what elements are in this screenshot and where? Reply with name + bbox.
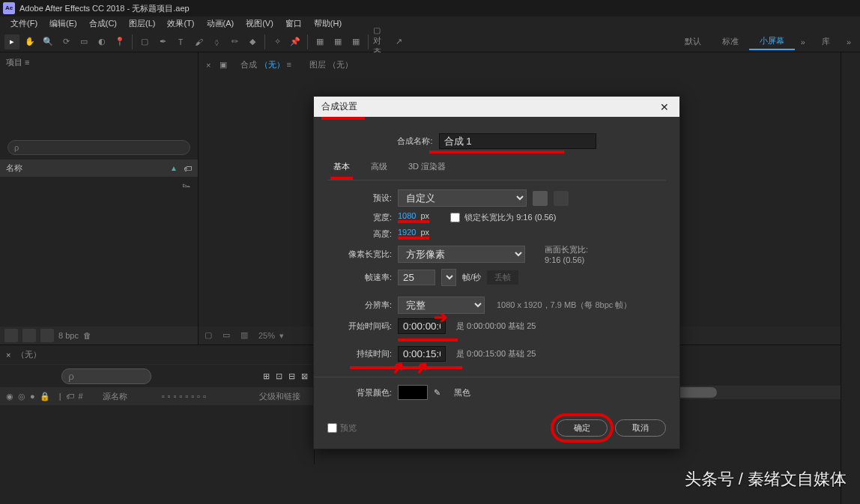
sw5-icon[interactable]: ▫ [185,392,188,401]
save-preset-icon[interactable] [533,191,548,206]
project-panel-title[interactable]: 项目 ≡ [0,52,198,73]
menu-animation[interactable]: 动画(A) [201,16,240,31]
menu-view[interactable]: 视图(V) [240,16,279,31]
roto-tool-icon[interactable]: ◆ [245,34,260,49]
timeline-tab-close-icon[interactable]: × [6,350,10,359]
hierarchy-icon[interactable]: ⌳ [182,180,190,189]
pin-tool-icon[interactable]: 📍 [112,34,127,49]
tbtn2-icon[interactable]: ▦ [330,34,345,49]
tag-icon[interactable]: 🏷 [184,164,192,173]
dialog-titlebar[interactable]: 合成设置 ✕ [314,97,679,117]
timeline-tab-label[interactable]: （无） [16,349,41,360]
interpret-footage-icon[interactable] [4,329,18,342]
ok-button[interactable]: 确定 [557,419,608,437]
sort-arrow-icon[interactable]: ▲ [170,164,178,172]
project-column-header[interactable]: 名称 ▲ 🏷 [0,160,198,177]
menu-effect[interactable]: 效果(T) [161,16,200,31]
pen-tool-icon[interactable]: ✒ [155,34,170,49]
project-search-input[interactable] [7,140,190,155]
text-tool-icon[interactable]: T [173,34,188,49]
snap-icon[interactable]: ▢ 对齐 [373,34,388,49]
preview-checkbox[interactable] [327,423,337,433]
height-value[interactable]: 1920 [398,228,416,237]
tbtn3-icon[interactable]: ▦ [348,34,363,49]
tab-advanced[interactable]: 高级 [368,158,390,180]
tab-basic[interactable]: 基本 [330,158,353,180]
eyedropper-icon[interactable]: ✎ [434,388,440,398]
par-select[interactable]: 方形像素 [398,246,525,263]
menu-file[interactable]: 文件(F) [4,16,43,31]
sw8-icon[interactable]: ▫ [203,392,206,401]
viewer-comp-menu-icon[interactable]: ≡ [287,60,291,69]
camera-tool-icon[interactable]: ▭ [76,34,91,49]
menu-composition[interactable]: 合成(C) [83,16,123,31]
viewer-comp-tab[interactable]: 合成 （无） ≡ [236,57,296,73]
viewer-lock-icon[interactable]: ▣ [219,60,227,70]
cancel-button[interactable]: 取消 [615,419,666,437]
workspace-more-icon[interactable]: » [795,35,811,49]
menu-edit[interactable]: 编辑(E) [43,16,83,31]
res-select[interactable]: 完整 [398,297,485,314]
clone-tool-icon[interactable]: ⎀ [209,34,224,49]
viewer-layer-tab[interactable]: 图层 （无） [305,57,357,73]
menu-help[interactable]: 帮助(H) [308,16,348,31]
project-col-name[interactable]: 名称 [6,163,170,174]
project-body[interactable] [0,192,198,327]
pin2-tool-icon[interactable]: 📌 [288,34,303,49]
workspace-smallscreen[interactable]: 小屏幕 [749,33,795,50]
eraser-tool-icon[interactable]: ✏ [227,34,242,49]
tbtn1-icon[interactable]: ▦ [312,34,327,49]
new-comp-icon[interactable] [40,329,54,342]
sw1-icon[interactable]: ▫ [162,392,165,401]
preset-select[interactable]: 自定义 [398,189,527,207]
bpc-label[interactable]: 8 bpc [58,331,79,340]
fps-dropdown[interactable]: ▾ [441,269,456,286]
audio-icon[interactable]: ◎ [18,392,25,401]
dropframe-select[interactable]: 丢帧 [487,270,518,285]
shape-tool-icon[interactable]: ▢ [137,34,152,49]
dur-input[interactable] [398,346,446,362]
vf-icon2[interactable]: ▭ [222,330,236,341]
tl-opt4-icon[interactable]: ⊠ [301,371,308,381]
lock-aspect-checkbox[interactable] [450,213,460,222]
eye-icon[interactable]: ◉ [6,392,13,401]
zoom-tool-icon[interactable]: 🔍 [40,34,55,49]
workspace-default[interactable]: 默认 [674,34,712,49]
rotobrush-tool-icon[interactable]: ◐ [94,34,109,49]
viewer-zoom[interactable]: 25% [258,331,275,340]
trash-icon[interactable]: 🗑 [83,331,91,340]
tl-opt1-icon[interactable]: ⊞ [263,371,270,381]
workspace-standard[interactable]: 标准 [712,34,749,49]
selection-tool-icon[interactable]: ▸ [4,34,19,49]
workspace-library[interactable]: 库 [811,34,841,49]
brush-tool-icon[interactable]: 🖌 [191,34,206,49]
start-tc-input[interactable] [398,318,446,334]
viewer-zoom-dropdown-icon[interactable]: ▾ [279,331,284,341]
hand-tool-icon[interactable]: ✋ [22,34,37,49]
menu-layer[interactable]: 图层(L) [123,16,161,31]
tl-opt3-icon[interactable]: ⊟ [288,371,295,381]
vf-icon1[interactable]: ▢ [205,330,218,341]
comp-name-input[interactable] [439,133,596,149]
tl-opt2-icon[interactable]: ⊡ [276,371,282,381]
parent-col[interactable]: 父级和链接 [259,391,300,402]
snap2-icon[interactable]: ↗ [391,34,406,49]
close-icon[interactable]: ✕ [657,101,672,113]
tab-3drenderer[interactable]: 3D 渲染器 [405,158,449,180]
orbit-tool-icon[interactable]: ⟳ [58,34,73,49]
solo-icon[interactable]: ● [30,392,35,401]
sw3-icon[interactable]: ▫ [173,392,176,401]
sw7-icon[interactable]: ▫ [197,392,200,401]
sw2-icon[interactable]: ▫ [168,392,171,401]
fps-input[interactable] [398,270,435,285]
sw6-icon[interactable]: ▫ [191,392,194,401]
sw4-icon[interactable]: ▫ [179,392,182,401]
vf-icon3[interactable]: ▥ [240,330,254,341]
delete-preset-icon[interactable] [554,191,569,206]
bg-color-swatch[interactable] [398,385,428,400]
label-icon[interactable]: 🏷 [66,392,74,401]
new-folder-icon[interactable] [22,329,36,342]
workspace-overflow-icon[interactable]: » [841,35,857,49]
source-name-col[interactable]: 源名称 [103,391,127,402]
menu-window[interactable]: 窗口 [279,16,308,31]
